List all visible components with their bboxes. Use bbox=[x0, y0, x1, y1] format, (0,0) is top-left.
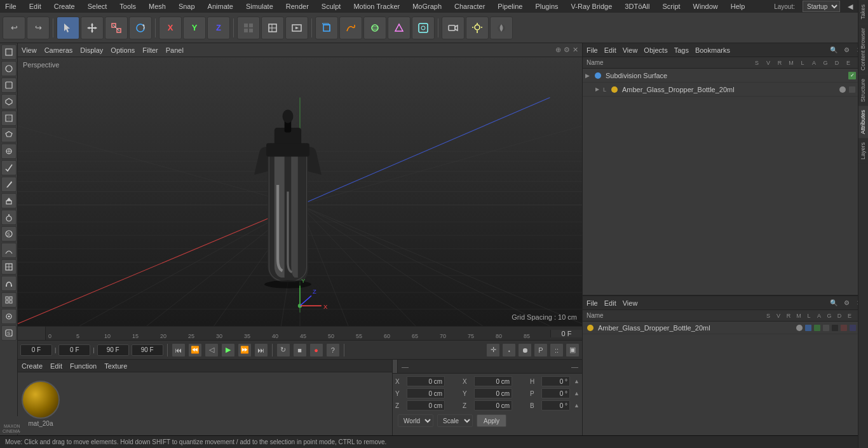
attr-view-menu[interactable]: View bbox=[623, 299, 638, 307]
help-button[interactable]: ? bbox=[326, 343, 340, 357]
key-button[interactable]: ⬩ bbox=[502, 343, 516, 357]
mat-texture-menu[interactable]: Texture bbox=[104, 362, 127, 370]
obj-view-menu[interactable]: View bbox=[623, 46, 638, 54]
step-back-button[interactable]: ⏪ bbox=[188, 343, 202, 357]
bottle-tag-1[interactable] bbox=[839, 86, 846, 93]
start-frame-input[interactable] bbox=[20, 344, 52, 356]
menu-window[interactable]: Window bbox=[691, 3, 721, 10]
viewport-options-menu[interactable]: Options bbox=[111, 46, 135, 54]
expand-icon-subdivision[interactable]: ▶ bbox=[585, 72, 593, 79]
rotate-tool-button[interactable] bbox=[129, 17, 152, 39]
playback-mode-2[interactable]: ▣ bbox=[566, 343, 580, 357]
scale-select[interactable]: Scale bbox=[437, 414, 473, 427]
coord-z-size-input[interactable] bbox=[474, 400, 512, 411]
attr-tag-1[interactable] bbox=[796, 325, 803, 331]
playback-dots[interactable]: :: bbox=[550, 343, 564, 357]
menu-character[interactable]: Character bbox=[452, 3, 487, 10]
menu-mograph[interactable]: MoGraph bbox=[410, 3, 444, 10]
coord-p-rot-input[interactable] bbox=[541, 388, 570, 398]
spline-button[interactable] bbox=[339, 17, 362, 39]
current-frame-input[interactable] bbox=[58, 344, 90, 356]
left-settings[interactable]: S bbox=[1, 325, 17, 341]
menu-vray[interactable]: V-Ray Bridge bbox=[569, 3, 615, 10]
subdivision-visible-icon[interactable]: ✓ bbox=[848, 72, 856, 79]
deformer-button[interactable] bbox=[388, 17, 410, 39]
coord-x-size-input[interactable] bbox=[474, 376, 512, 386]
move-key-button[interactable]: ✛ bbox=[486, 343, 500, 357]
menu-file[interactable]: File bbox=[3, 3, 19, 10]
layout-arrow-left[interactable]: ◀ bbox=[848, 3, 853, 11]
menu-render[interactable]: Render bbox=[283, 3, 311, 10]
end-frame-input-b[interactable] bbox=[132, 344, 163, 356]
apply-button[interactable]: Apply bbox=[477, 414, 506, 427]
bottle-tag-2[interactable] bbox=[849, 86, 855, 93]
left-model-mode[interactable] bbox=[1, 44, 17, 60]
viewport-close-icon[interactable]: ✕ bbox=[573, 46, 578, 54]
obj-tags-menu[interactable]: Tags bbox=[674, 46, 689, 54]
menu-motion-tracker[interactable]: Motion Tracker bbox=[351, 3, 402, 10]
attr-tag-7[interactable] bbox=[850, 325, 856, 331]
z-axis-button[interactable]: Z bbox=[207, 17, 230, 39]
attr-edit-menu[interactable]: Edit bbox=[604, 299, 616, 307]
left-grid[interactable] bbox=[1, 292, 17, 308]
tab-attributes[interactable]: Attributes bbox=[858, 105, 868, 138]
render-button[interactable] bbox=[285, 17, 308, 39]
attr-tag-4[interactable] bbox=[823, 325, 829, 331]
coord-h-rot-input[interactable] bbox=[541, 376, 570, 386]
left-move2[interactable] bbox=[1, 259, 17, 275]
mat-function-menu[interactable]: Function bbox=[70, 362, 97, 370]
coord-z-pos-input[interactable] bbox=[407, 400, 445, 411]
coord-y-pos-input[interactable] bbox=[407, 388, 445, 398]
left-polygon-mode[interactable] bbox=[1, 94, 17, 109]
obj-row-subdivision[interactable]: ▶ Subdivision Surface ✓ ✕ bbox=[583, 69, 868, 83]
menu-help[interactable]: Help bbox=[728, 3, 748, 10]
menu-edit[interactable]: Edit bbox=[27, 3, 44, 10]
left-texture-mode[interactable] bbox=[1, 61, 17, 76]
record-button[interactable]: ● bbox=[309, 343, 323, 357]
left-paint[interactable]: S bbox=[1, 226, 17, 241]
menu-3dtoall[interactable]: 3DTöAll bbox=[622, 3, 652, 10]
attr-row-bottle[interactable]: Amber_Glass_Dropper_Bottle_20ml bbox=[583, 322, 868, 334]
obj-objects-menu[interactable]: Objects bbox=[644, 46, 667, 54]
left-snap[interactable] bbox=[1, 309, 17, 324]
tab-structure[interactable]: Structure bbox=[858, 74, 868, 106]
menu-tools[interactable]: Tools bbox=[117, 3, 139, 10]
attr-settings-icon[interactable]: ⚙ bbox=[841, 298, 851, 308]
render-region-button[interactable] bbox=[261, 17, 284, 39]
menu-animate[interactable]: Animate bbox=[205, 3, 236, 10]
obj-settings-icon[interactable]: ⚙ bbox=[841, 45, 851, 55]
obj-row-bottle[interactable]: ▶ L Amber_Glass_Dropper_Bottle_20ml bbox=[583, 83, 868, 97]
tab-content-browser[interactable]: Content Browser bbox=[858, 43, 868, 74]
stop-button[interactable]: ■ bbox=[293, 343, 307, 357]
coord-p-arrow[interactable]: ▲ bbox=[574, 390, 580, 397]
end-frame-input-a[interactable] bbox=[97, 344, 129, 356]
menu-sculpt[interactable]: Sculpt bbox=[319, 3, 344, 10]
menu-simulate[interactable]: Simulate bbox=[243, 3, 276, 10]
left-sculpt[interactable] bbox=[1, 243, 17, 258]
cube-button[interactable] bbox=[315, 17, 338, 39]
step-fwd-button[interactable]: ⏩ bbox=[238, 343, 252, 357]
obj-edit-menu[interactable]: Edit bbox=[604, 46, 616, 54]
left-object-mode[interactable] bbox=[1, 127, 17, 142]
redo-button[interactable]: ↪ bbox=[27, 17, 50, 39]
left-bridge[interactable] bbox=[1, 210, 17, 225]
loop-button[interactable]: ↻ bbox=[276, 343, 290, 357]
timeline-ruler[interactable]: 0 5 10 15 20 25 30 35 40 45 50 55 60 65 … bbox=[46, 327, 550, 341]
playback-mode-1[interactable]: P bbox=[534, 343, 548, 357]
expand-icon-bottle[interactable]: ▶ bbox=[595, 86, 603, 92]
left-knife[interactable] bbox=[1, 177, 17, 192]
left-select-all[interactable] bbox=[1, 160, 17, 175]
mat-edit-menu[interactable]: Edit bbox=[50, 362, 62, 370]
attr-file-menu[interactable]: File bbox=[587, 299, 598, 307]
coord-y-size-input[interactable] bbox=[474, 388, 512, 398]
shader-button[interactable] bbox=[490, 17, 513, 39]
material-swatch[interactable] bbox=[22, 381, 60, 419]
viewport-mode-button[interactable] bbox=[237, 17, 260, 39]
attr-tag-6[interactable] bbox=[841, 325, 847, 331]
left-edge-mode[interactable] bbox=[1, 78, 17, 93]
select-tool-button[interactable] bbox=[57, 17, 79, 39]
attr-tag-3[interactable] bbox=[814, 325, 820, 331]
menu-mesh[interactable]: Mesh bbox=[146, 3, 168, 10]
coord-x-pos-input[interactable] bbox=[407, 376, 445, 386]
mat-create-menu[interactable]: Create bbox=[22, 362, 43, 370]
